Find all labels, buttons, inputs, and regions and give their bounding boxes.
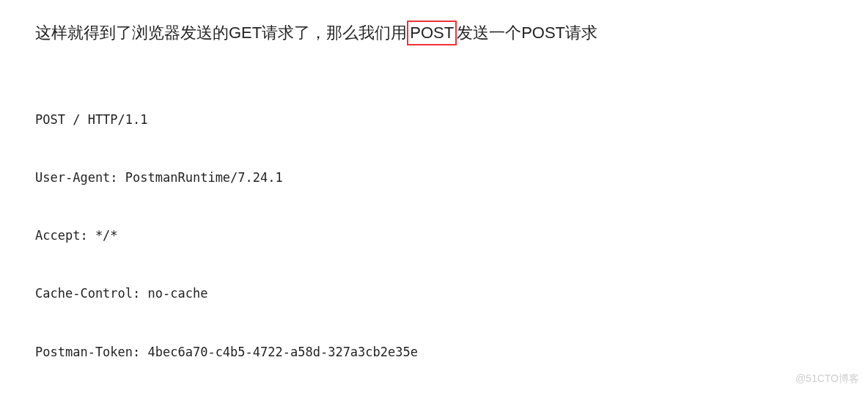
code-line: POST / HTTP/1.1 <box>35 110 833 129</box>
intro-pre-text: 这样就得到了浏览器发送的GET请求了，那么我们用 <box>35 23 407 42</box>
intro-post-text: 发送一个POST请求 <box>457 23 597 42</box>
code-line: Accept: */* <box>35 226 833 245</box>
article-content: 这样就得到了浏览器发送的GET请求了，那么我们用POST发送一个POST请求 P… <box>0 0 868 393</box>
intro-paragraph: 这样就得到了浏览器发送的GET请求了，那么我们用POST发送一个POST请求 <box>35 21 833 45</box>
code-line: Cache-Control: no-cache <box>35 284 833 303</box>
watermark-text: @51CTO博客 <box>795 372 859 386</box>
code-line: Postman-Token: 4bec6a70-c4b5-4722-a58d-3… <box>35 342 833 361</box>
code-line: User-Agent: PostmanRuntime/7.24.1 <box>35 168 833 187</box>
post-highlight-box: POST <box>407 21 457 45</box>
http-request-code-block: POST / HTTP/1.1 User-Agent: PostmanRunti… <box>35 72 833 393</box>
